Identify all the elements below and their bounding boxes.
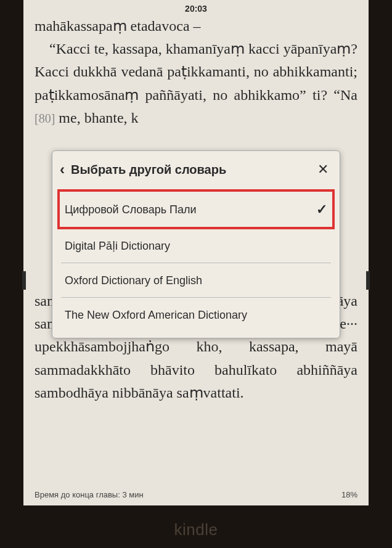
dictionary-list: Цифровой Словарь Пали ✓ Digital Pāḷi Dic… xyxy=(52,190,340,332)
page-turn-right[interactable] xyxy=(366,271,370,290)
dict-item[interactable]: The New Oxford American Dictionary xyxy=(61,298,331,332)
back-icon[interactable]: ‹ xyxy=(59,162,71,177)
text-line: mahākassapaṃ etadavoca – xyxy=(35,15,357,38)
check-icon: ✓ xyxy=(316,202,327,218)
dict-label: The New Oxford American Dictionary xyxy=(65,309,247,322)
dictionary-select-popup: ‹ Выбрать другой словарь ✕ Цифровой Слов… xyxy=(52,150,340,338)
time-left-label: Время до конца главы: 3 мин xyxy=(35,490,144,499)
dict-item[interactable]: Digital Pāḷi Dictionary xyxy=(61,228,331,263)
dict-item[interactable]: Oxford Dictionary of English xyxy=(61,263,331,298)
popup-header: ‹ Выбрать другой словарь ✕ xyxy=(52,151,340,190)
status-bar: 20:03 xyxy=(23,0,369,15)
clock-time: 20:03 xyxy=(185,4,207,14)
dict-label: Oxford Dictionary of English xyxy=(65,274,202,287)
page-turn-left[interactable] xyxy=(22,271,26,290)
brand-logo: kindle xyxy=(0,520,392,539)
footer-bar: Время до конца главы: 3 мин 18% xyxy=(23,488,369,505)
reference-number: [80] xyxy=(35,112,55,125)
text-body: “Kacci te, kassapa, khamanīyaṃ kacci yāp… xyxy=(35,38,357,129)
popup-title: Выбрать другой словарь xyxy=(71,163,315,177)
dict-item-selected[interactable]: Цифровой Словарь Пали ✓ xyxy=(59,190,333,228)
dict-label: Цифровой Словарь Пали xyxy=(65,203,197,216)
dict-label: Digital Pāḷi Dictionary xyxy=(65,239,170,253)
progress-percent: 18% xyxy=(341,490,357,499)
close-icon[interactable]: ✕ xyxy=(315,163,331,176)
